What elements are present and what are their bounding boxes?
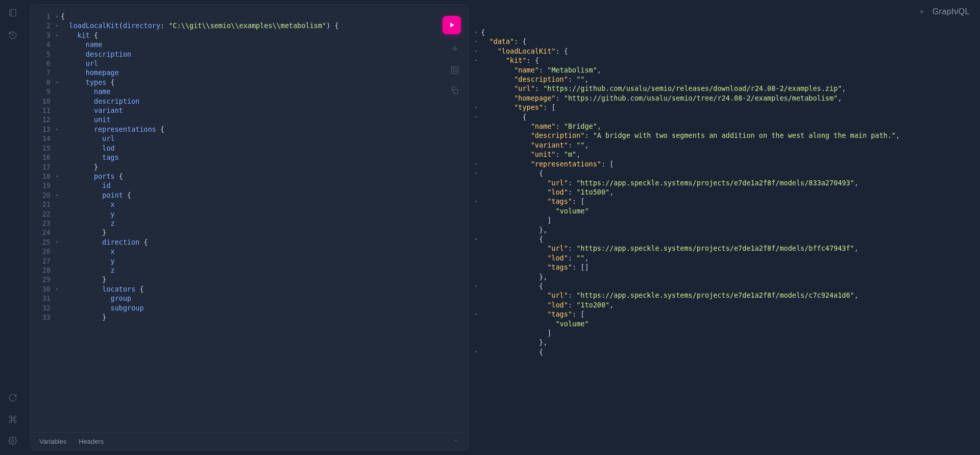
prettify-icon[interactable] (450, 44, 460, 55)
main-area: 1▾{2▾ loadLocalKit(directory: "C:\\git\\… (26, 0, 980, 455)
tabs-expand-icon[interactable] (453, 438, 459, 445)
bottom-tabs: Variables Headers (30, 432, 468, 450)
query-editor[interactable]: 1▾{2▾ loadLocalKit(directory: "C:\\git\\… (30, 5, 468, 432)
settings-icon[interactable] (8, 436, 18, 446)
svg-rect-2 (451, 66, 458, 74)
refetch-icon[interactable] (8, 393, 18, 403)
tab-variables[interactable]: Variables (39, 438, 66, 445)
svg-rect-0 (10, 9, 16, 16)
response-panel: GraphiQL ▾{▾ "data": {▾ "loadLocalKit": … (471, 0, 980, 455)
shortcuts-icon[interactable] (8, 414, 18, 424)
svg-point-1 (12, 440, 14, 442)
merge-icon[interactable] (450, 65, 460, 75)
app-logo: GraphiQL (933, 7, 970, 16)
new-tab-icon[interactable] (917, 7, 926, 16)
run-query-button[interactable] (443, 16, 461, 34)
left-sidebar (0, 0, 26, 455)
svg-rect-3 (453, 68, 456, 71)
copy-icon[interactable] (450, 85, 460, 95)
tab-headers[interactable]: Headers (79, 438, 104, 445)
history-icon[interactable] (8, 30, 18, 40)
query-editor-panel: 1▾{2▾ loadLocalKit(directory: "C:\\git\\… (30, 4, 469, 451)
response-viewer[interactable]: ▾{▾ "data": {▾ "loadLocalKit": {▾ "kit":… (471, 0, 980, 455)
docs-icon[interactable] (8, 8, 18, 18)
editor-toolbar (450, 44, 460, 95)
svg-rect-4 (454, 89, 458, 93)
